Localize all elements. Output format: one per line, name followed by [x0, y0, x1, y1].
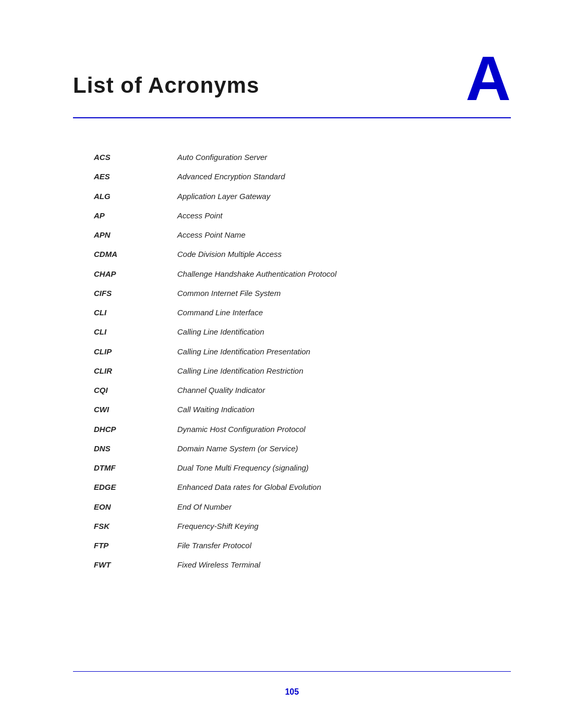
table-row: CHAPChallenge Handshake Authentication P… [73, 266, 511, 286]
chapter-letter: A [466, 47, 511, 109]
acronym-abbr: CLI [73, 324, 177, 343]
table-row: FWTFixed Wireless Terminal [73, 557, 511, 576]
acronym-definition: Access Point Name [177, 227, 511, 246]
acronym-abbr: CIFS [73, 286, 177, 305]
table-row: FSKFrequency-Shift Keying [73, 519, 511, 538]
acronym-abbr: ALG [73, 189, 177, 208]
acronym-definition: Application Layer Gateway [177, 189, 511, 208]
acronym-abbr: CLI [73, 305, 177, 324]
acronym-abbr: DTMF [73, 460, 177, 479]
acronym-definition: Dynamic Host Configuration Protocol [177, 422, 511, 441]
table-row: EONEnd Of Number [73, 499, 511, 519]
table-row: CLIRCalling Line Identification Restrict… [73, 363, 511, 382]
acronym-abbr: CLIR [73, 363, 177, 382]
acronym-abbr: CWI [73, 402, 177, 421]
acronym-abbr: APN [73, 227, 177, 246]
acronym-abbr: DHCP [73, 422, 177, 441]
table-row: CQIChannel Quality Indicator [73, 382, 511, 402]
acronym-definition: End Of Number [177, 499, 511, 519]
table-row: CLIPCalling Line Identification Presenta… [73, 344, 511, 363]
acronym-abbr: AES [73, 169, 177, 188]
acronym-definition: Code Division Multiple Access [177, 246, 511, 266]
table-row: CIFSCommon Internet File System [73, 286, 511, 305]
table-row: APAccess Point [73, 208, 511, 227]
table-row: DNSDomain Name System (or Service) [73, 441, 511, 460]
acronym-abbr: CDMA [73, 246, 177, 266]
acronym-table: ACSAuto Configuration ServerAESAdvanced … [73, 150, 511, 577]
acronym-definition: Frequency-Shift Keying [177, 519, 511, 538]
acronym-abbr: CHAP [73, 266, 177, 286]
acronym-abbr: CQI [73, 382, 177, 402]
table-row: ACSAuto Configuration Server [73, 150, 511, 169]
acronym-abbr: FSK [73, 519, 177, 538]
acronym-abbr: EON [73, 499, 177, 519]
header-rule [73, 117, 511, 118]
acronym-definition: Calling Line Identification Restriction [177, 363, 511, 382]
acronym-abbr: FTP [73, 538, 177, 557]
table-row: EDGEEnhanced Data rates for Global Evolu… [73, 479, 511, 499]
acronym-definition: Advanced Encryption Standard [177, 169, 511, 188]
footer-rule [73, 671, 511, 672]
acronym-definition: Dual Tone Multi Frequency (signaling) [177, 460, 511, 479]
table-row: AESAdvanced Encryption Standard [73, 169, 511, 188]
acronym-definition: Fixed Wireless Terminal [177, 557, 511, 576]
page-title: List of Acronyms [73, 73, 260, 98]
acronym-definition: Calling Line Identification Presentation [177, 344, 511, 363]
table-row: FTPFile Transfer Protocol [73, 538, 511, 557]
table-row: ALGApplication Layer Gateway [73, 189, 511, 208]
acronym-abbr: CLIP [73, 344, 177, 363]
acronym-definition: Command Line Interface [177, 305, 511, 324]
page-number: 105 [73, 687, 511, 697]
table-row: APNAccess Point Name [73, 227, 511, 246]
table-row: CLICalling Line Identification [73, 324, 511, 343]
table-row: CLICommand Line Interface [73, 305, 511, 324]
acronym-definition: Auto Configuration Server [177, 150, 511, 169]
page-container: List of Acronyms A ACSAuto Configuration… [0, 0, 563, 728]
table-row: DHCPDynamic Host Configuration Protocol [73, 422, 511, 441]
acronym-definition: Access Point [177, 208, 511, 227]
acronym-definition: Common Internet File System [177, 286, 511, 305]
acronym-definition: Enhanced Data rates for Global Evolution [177, 479, 511, 499]
acronym-abbr: EDGE [73, 479, 177, 499]
acronym-definition: Challenge Handshake Authentication Proto… [177, 266, 511, 286]
acronym-definition: Channel Quality Indicator [177, 382, 511, 402]
acronym-definition: Calling Line Identification [177, 324, 511, 343]
acronym-abbr: AP [73, 208, 177, 227]
acronym-definition: Call Waiting Indication [177, 402, 511, 421]
header-section: List of Acronyms A [73, 42, 511, 109]
acronym-abbr: DNS [73, 441, 177, 460]
acronym-abbr: ACS [73, 150, 177, 169]
table-row: CDMACode Division Multiple Access [73, 246, 511, 266]
acronym-abbr: FWT [73, 557, 177, 576]
acronym-definition: Domain Name System (or Service) [177, 441, 511, 460]
table-row: CWICall Waiting Indication [73, 402, 511, 421]
acronym-definition: File Transfer Protocol [177, 538, 511, 557]
table-row: DTMFDual Tone Multi Frequency (signaling… [73, 460, 511, 479]
